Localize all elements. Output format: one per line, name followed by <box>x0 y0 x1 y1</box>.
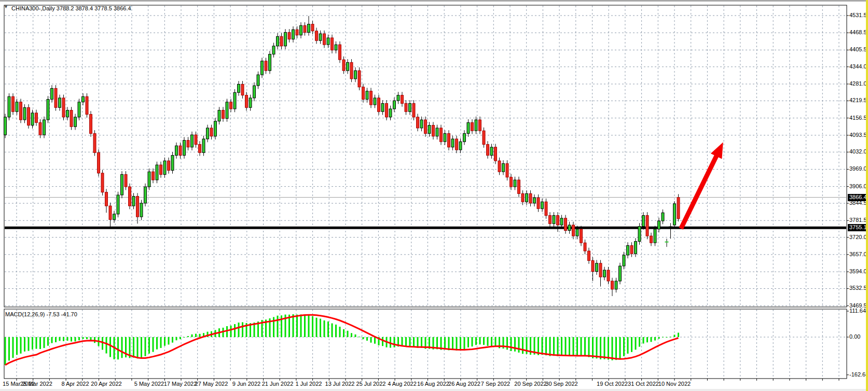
price-tick-label: 4468.5 <box>849 29 867 35</box>
price-tick-label: 3594.0 <box>849 268 867 274</box>
date-tick-label: 20 Sep 2022 <box>514 381 546 387</box>
price-tick-label: 4219.5 <box>849 97 867 103</box>
price-tick-label: 3657.0 <box>849 251 867 257</box>
price-tick-label: 4531.5 <box>849 12 867 18</box>
date-tick-label: 27 May 2022 <box>195 381 228 387</box>
date-tick-label: 30 Sep 2022 <box>545 381 577 387</box>
price-tick-label: 4281.0 <box>849 80 867 87</box>
chart-dropdown-icon[interactable]: ▼ <box>4 4 8 9</box>
price-tick-label: 3781.5 <box>849 217 867 223</box>
date-tick-label: 5 May 2022 <box>134 381 164 387</box>
chart-canvas[interactable] <box>0 0 868 391</box>
window-bottom-edge <box>0 389 868 391</box>
date-tick-label: 4 Aug 2022 <box>388 381 417 387</box>
date-tick-label: 25 Jul 2022 <box>356 381 386 387</box>
date-tick-label: 7 Sep 2022 <box>481 381 510 387</box>
date-tick-label: 10 Nov 2022 <box>658 381 691 387</box>
date-tick-label: 25 Mar 2022 <box>20 381 52 387</box>
chart-title: CHINA300-,Daily 3788.2 3878.4 3778.5 386… <box>11 5 131 11</box>
date-tick-label: 13 Jul 2022 <box>325 381 355 387</box>
macd-tick-label: 0.00 <box>849 333 867 340</box>
window-active-border <box>866 0 868 391</box>
price-tick-label: 4093.5 <box>849 132 867 138</box>
price-tick-label: 3844.5 <box>849 200 867 206</box>
date-tick-label: 21 Jun 2022 <box>262 381 294 387</box>
price-tick-label: 4405.5 <box>849 46 867 52</box>
price-tick-label: 3969.0 <box>849 165 867 172</box>
date-tick-label: 1 Jul 2022 <box>296 381 322 387</box>
date-tick-label: 31 Oct 2022 <box>628 381 659 387</box>
date-tick-label: 20 Apr 2022 <box>91 381 121 387</box>
price-tick-label: 4344.0 <box>849 63 867 69</box>
price-tick-label: 4156.5 <box>849 115 867 121</box>
macd-tick-label: 111.64 <box>849 308 867 314</box>
support-price-tag: 3755.1 <box>848 224 868 231</box>
price-tick-label: 3906.0 <box>849 183 867 189</box>
price-tick-label: 4032.0 <box>849 148 867 155</box>
price-tick-label: 3720.0 <box>849 234 867 240</box>
macd-tick-label: -162.64 <box>849 371 867 378</box>
date-tick-label: 26 Aug 2022 <box>448 381 480 387</box>
date-tick-label: 16 Aug 2022 <box>417 381 449 387</box>
chart-window: ▼ CHINA300-,Daily 3788.2 3878.4 3778.5 3… <box>0 0 868 391</box>
date-tick-label: 8 Apr 2022 <box>61 381 89 387</box>
macd-indicator-label: MACD(12,26,9) -7.53 -41.70 <box>5 311 77 317</box>
date-tick-label: 17 May 2022 <box>164 381 197 387</box>
date-tick-label: 19 Oct 2022 <box>597 381 628 387</box>
price-tick-label: 3532.5 <box>849 285 867 291</box>
date-tick-label: 9 Jun 2022 <box>232 381 260 387</box>
